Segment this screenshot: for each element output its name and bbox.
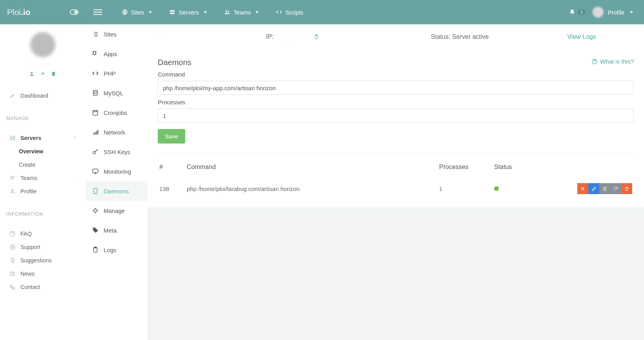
chess-rook-icon[interactable] <box>51 71 57 76</box>
sidebar-label: Teams <box>20 175 37 181</box>
sidebar-servers-overview[interactable]: Overview <box>0 145 86 158</box>
sidebar-dashboard[interactable]: Dashboard <box>0 89 86 102</box>
subnav-php[interactable]: PHP <box>86 64 148 83</box>
daemons-panel: Daemons What is this? Command Processes … <box>148 49 644 207</box>
ip-value: ···.···.···.··· <box>278 33 310 40</box>
sidebar-news[interactable]: News <box>0 267 86 280</box>
tablet-icon <box>92 187 99 195</box>
svg-point-13 <box>10 245 15 249</box>
svg-rect-17 <box>93 111 98 115</box>
svg-rect-8 <box>10 138 15 140</box>
subnav-sshkeys[interactable]: SSH Keys <box>86 142 148 162</box>
hamburger-icon[interactable] <box>93 9 102 15</box>
subnav-sites[interactable]: Sites <box>86 24 148 44</box>
avatar <box>593 7 604 18</box>
subnav-label: Daemons <box>104 188 129 195</box>
status-dot-icon <box>494 186 499 191</box>
subnav-meta[interactable]: Meta <box>86 220 148 240</box>
chevron-down-icon <box>204 11 207 13</box>
subnav-label: Manage <box>104 207 125 214</box>
nav-scripts[interactable]: Scripts <box>269 9 310 16</box>
chevron-down-icon <box>149 11 152 13</box>
bell-icon <box>569 9 575 15</box>
subnav-label: Apps <box>104 51 117 57</box>
col-num: # <box>158 160 185 178</box>
notifications[interactable]: 1 <box>569 9 586 15</box>
svg-rect-19 <box>95 132 95 135</box>
gear-icon <box>92 207 99 214</box>
save-button[interactable]: Save <box>158 129 185 144</box>
processes-label: Processes <box>158 99 634 105</box>
col-command: Command <box>185 160 438 178</box>
chevron-down-icon <box>255 11 259 13</box>
section-manage: MANAGE <box>0 109 86 124</box>
nav-sites[interactable]: Sites <box>115 9 159 16</box>
processes-input[interactable] <box>158 109 634 123</box>
cell-processes: 1 <box>438 178 493 199</box>
lightbulb-icon <box>9 257 16 264</box>
sidebar-teams[interactable]: Teams ⌄ <box>0 171 86 185</box>
delete-button[interactable] <box>621 183 632 194</box>
divider <box>158 154 634 154</box>
svg-point-22 <box>93 151 95 154</box>
nav-servers[interactable]: Servers <box>162 9 214 16</box>
gear-icon[interactable] <box>40 71 46 76</box>
puzzle-icon <box>92 50 99 57</box>
what-is-this-link[interactable]: What is this? <box>591 58 634 65</box>
view-logs-link[interactable]: View Logs <box>567 33 596 40</box>
server-status: Status: Server active <box>431 33 489 40</box>
profile-menu[interactable]: Profile <box>593 7 633 18</box>
sidebar-label: Servers <box>20 135 41 141</box>
svg-rect-20 <box>96 131 97 135</box>
svg-point-9 <box>11 176 13 178</box>
sidebar-label: Overview <box>19 148 43 155</box>
ip-label: IP: <box>266 33 274 40</box>
globe-icon <box>122 9 128 15</box>
subnav-cronjobs[interactable]: Cronjobs <box>86 103 148 122</box>
brand[interactable]: Ploi.io <box>0 0 86 24</box>
svg-rect-23 <box>93 169 98 173</box>
svg-point-16 <box>93 90 98 92</box>
signal-icon <box>92 129 99 136</box>
topbar: Ploi.io Sites Servers Teams Scr <box>0 0 644 24</box>
subnav-logs[interactable]: Logs <box>86 240 148 260</box>
pause-button[interactable] <box>577 183 588 194</box>
svg-point-4 <box>228 11 229 12</box>
col-status: Status <box>493 160 571 178</box>
subnav-daemons[interactable]: Daemons <box>86 181 148 201</box>
what-is-this-label: What is this? <box>600 58 634 65</box>
subnav-network[interactable]: Network <box>86 122 148 142</box>
database-icon <box>92 89 99 96</box>
subnav-monitoring[interactable]: Monitoring <box>86 162 148 181</box>
command-input[interactable] <box>158 81 634 95</box>
subnav-apps[interactable]: Apps <box>86 44 148 64</box>
edit-button[interactable] <box>588 183 599 194</box>
svg-rect-18 <box>93 133 94 135</box>
code-icon <box>92 70 99 77</box>
theme-toggle[interactable] <box>70 9 78 15</box>
log-button[interactable] <box>599 183 610 194</box>
sidebar-servers[interactable]: Servers ⌃ <box>0 131 86 145</box>
svg-point-11 <box>11 189 13 191</box>
sidebar-contact[interactable]: Contact <box>0 280 86 294</box>
users-icon <box>9 175 16 181</box>
sidebar-profile[interactable]: Profile <box>0 185 86 198</box>
chevron-down-icon <box>630 11 633 13</box>
sidebar-support[interactable]: Support <box>0 240 86 254</box>
svg-rect-7 <box>10 136 15 137</box>
sidebar-suggestions[interactable]: Suggestions <box>0 254 86 267</box>
user-icon <box>9 188 16 195</box>
subnav-mysql[interactable]: MySQL <box>86 83 148 103</box>
restart-button[interactable] <box>610 183 621 194</box>
sidebar-servers-create[interactable]: Create <box>0 158 86 171</box>
nav-teams[interactable]: Teams <box>217 9 266 16</box>
server-icon <box>9 135 16 141</box>
sidebar-faq[interactable]: FAQ <box>0 227 86 240</box>
daemons-table: # Command Processes Status 138 php /home… <box>158 160 634 199</box>
avatar <box>30 32 55 57</box>
user-icon[interactable] <box>29 71 35 76</box>
nav-label: Teams <box>234 9 251 16</box>
clipboard-icon[interactable] <box>314 34 319 40</box>
subnav-manage[interactable]: Manage <box>86 201 148 220</box>
svg-rect-2 <box>170 13 175 14</box>
